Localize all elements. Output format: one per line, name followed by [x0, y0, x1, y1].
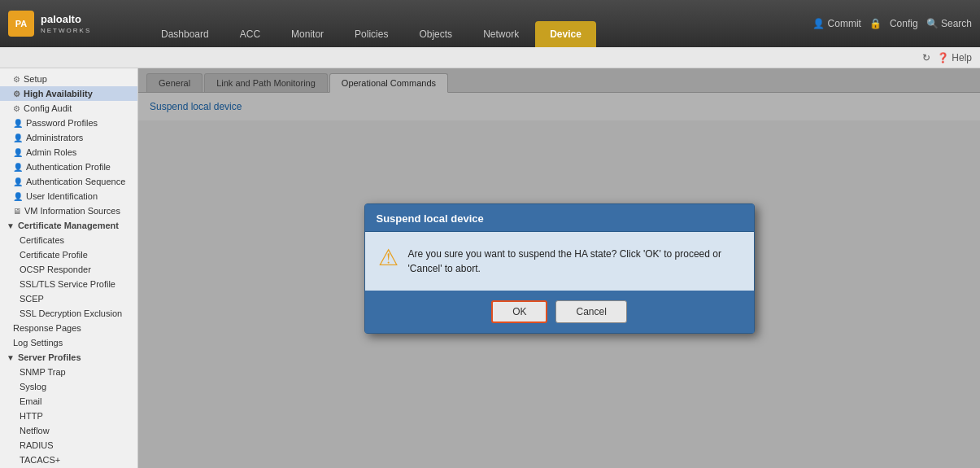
admin-icon: 👤	[13, 133, 23, 142]
server-profiles-expand-icon: ▼	[7, 353, 15, 362]
main-layout: ⚙ Setup ⚙ High Availability ⚙ Config Aud…	[0, 68, 980, 468]
auth-profile-icon: 👤	[13, 163, 23, 172]
logo-text-area: paloalto NETWORKS	[41, 13, 91, 34]
setup-icon: ⚙	[13, 75, 20, 84]
sidebar-item-ocsp[interactable]: OCSP Responder	[0, 262, 137, 277]
dialog-overlay: Suspend local device ⚠ Are you sure you …	[138, 68, 980, 468]
suspend-dialog: Suspend local device ⚠ Are you sure you …	[364, 203, 755, 334]
sidebar-item-server-profiles[interactable]: ▼ Server Profiles	[0, 350, 137, 365]
user-id-icon: 👤	[13, 192, 23, 201]
sidebar-item-auth-profile[interactable]: 👤 Authentication Profile	[0, 160, 137, 174]
top-right-actions: 👤 Commit 🔒 Config 🔍 Search	[812, 18, 972, 29]
brand-sub: NETWORKS	[41, 27, 91, 34]
sidebar-item-setup[interactable]: ⚙ Setup	[0, 72, 137, 86]
tab-device[interactable]: Device	[535, 21, 596, 47]
sidebar-item-http[interactable]: HTTP	[0, 409, 137, 423]
sidebar-item-user-id[interactable]: 👤 User Identification	[0, 189, 137, 203]
ha-icon: ⚙	[13, 90, 20, 98]
sidebar-item-ssl-tls[interactable]: SSL/TLS Service Profile	[0, 277, 137, 291]
brand-name: paloalto	[41, 13, 81, 25]
tab-policies[interactable]: Policies	[340, 21, 403, 47]
sidebar: ⚙ Setup ⚙ High Availability ⚙ Config Aud…	[0, 68, 138, 468]
tab-objects[interactable]: Objects	[404, 21, 467, 47]
admin-roles-icon: 👤	[13, 148, 23, 157]
search-button[interactable]: 🔍 Search	[926, 18, 972, 29]
top-navbar: PA paloalto NETWORKS Dashboard ACC Monit…	[0, 0, 980, 47]
sidebar-item-config-audit[interactable]: ⚙ Config Audit	[0, 101, 137, 116]
sidebar-item-high-availability[interactable]: ⚙ High Availability	[0, 86, 137, 101]
sidebar-item-ssl-decrypt[interactable]: SSL Decryption Exclusion	[0, 306, 137, 321]
sidebar-item-cert-profile[interactable]: Certificate Profile	[0, 247, 137, 262]
auth-seq-icon: 👤	[13, 177, 23, 186]
sidebar-item-scep[interactable]: SCEP	[0, 291, 137, 306]
sidebar-item-netflow[interactable]: Netflow	[0, 423, 137, 438]
sidebar-item-tacacs[interactable]: TACACS+	[0, 453, 137, 467]
sidebar-item-administrators[interactable]: 👤 Administrators	[0, 130, 137, 145]
sidebar-item-log-settings[interactable]: Log Settings	[0, 335, 137, 350]
warning-icon: ⚠	[378, 247, 399, 269]
dialog-ok-button[interactable]: OK	[491, 300, 547, 323]
sidebar-item-certificates[interactable]: Certificates	[0, 233, 137, 247]
sidebar-item-response-pages[interactable]: Response Pages	[0, 321, 137, 335]
sidebar-item-email[interactable]: Email	[0, 394, 137, 409]
commit-button[interactable]: 👤 Commit	[812, 18, 861, 29]
sidebar-item-password-profiles[interactable]: 👤 Password Profiles	[0, 116, 137, 130]
dialog-body: ⚠ Are you sure you want to suspend the H…	[365, 232, 754, 291]
tab-network[interactable]: Network	[468, 21, 534, 47]
dialog-title: Suspend local device	[365, 204, 754, 232]
sidebar-item-syslog[interactable]: Syslog	[0, 379, 137, 394]
tab-monitor[interactable]: Monitor	[277, 21, 338, 47]
sidebar-item-snmp[interactable]: SNMP Trap	[0, 365, 137, 379]
tab-dashboard[interactable]: Dashboard	[146, 21, 224, 47]
tab-acc[interactable]: ACC	[225, 21, 275, 47]
sidebar-item-auth-sequence[interactable]: 👤 Authentication Sequence	[0, 174, 137, 189]
sidebar-item-vm-info[interactable]: 🖥 VM Information Sources	[0, 203, 137, 218]
cert-expand-icon: ▼	[7, 221, 15, 230]
sidebar-item-admin-roles[interactable]: 👤 Admin Roles	[0, 145, 137, 160]
dialog-cancel-button[interactable]: Cancel	[555, 300, 626, 323]
vm-icon: 🖥	[13, 207, 21, 216]
config-audit-icon: ⚙	[13, 104, 20, 113]
dialog-footer: OK Cancel	[365, 291, 754, 333]
dialog-message: Are you sure you want to suspend the HA …	[408, 247, 741, 276]
second-bar: ↻ ❓ Help	[0, 47, 980, 68]
logo-area: PA paloalto NETWORKS	[8, 11, 146, 37]
nav-tabs: Dashboard ACC Monitor Policies Objects N…	[146, 0, 812, 47]
lock-icon: 🔒	[869, 18, 882, 29]
sidebar-item-cert-mgmt[interactable]: ▼ Certificate Management	[0, 218, 137, 233]
toolbar-icons: ↻ ❓ Help	[922, 52, 972, 63]
help-icon[interactable]: ❓ Help	[937, 52, 972, 63]
pw-icon: 👤	[13, 119, 23, 128]
content-area: General Link and Path Monitoring Operati…	[138, 68, 980, 468]
logo-icon: PA	[8, 11, 34, 37]
sidebar-item-radius[interactable]: RADIUS	[0, 438, 137, 453]
config-button[interactable]: Config	[890, 18, 918, 29]
refresh-icon[interactable]: ↻	[922, 52, 930, 63]
